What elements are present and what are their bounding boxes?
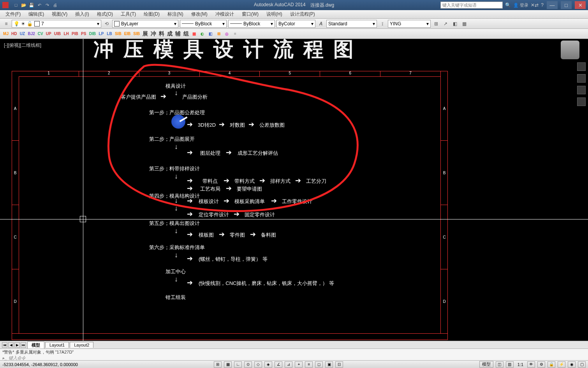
textstyle-icon[interactable]: A bbox=[317, 20, 325, 28]
menu-dim[interactable]: 标注(N) bbox=[164, 10, 187, 18]
dyn-toggle[interactable]: + bbox=[295, 361, 303, 368]
nav-pan-icon[interactable] bbox=[577, 62, 586, 71]
otrack-toggle[interactable]: ∠ bbox=[275, 361, 282, 368]
tab-prev-icon[interactable]: ◀ bbox=[8, 342, 14, 348]
tbtn-ps[interactable]: PS bbox=[80, 30, 87, 38]
menu-edit[interactable]: 编辑(E) bbox=[25, 10, 48, 18]
tab-first-icon[interactable]: ⏮ bbox=[2, 342, 7, 348]
minimize-button[interactable]: — bbox=[547, 1, 558, 9]
nav-wheel-icon[interactable] bbox=[577, 97, 586, 106]
menu-modify[interactable]: 修改(M) bbox=[187, 10, 211, 18]
tab-model[interactable]: 模型 bbox=[27, 341, 44, 349]
exchange-icon[interactable]: ✕⇄ bbox=[531, 2, 539, 8]
3dosnap-toggle[interactable]: ◈ bbox=[264, 361, 272, 368]
qat-undo-icon[interactable]: ↶ bbox=[36, 2, 43, 9]
misc2-icon[interactable]: ▦ bbox=[460, 20, 468, 28]
isolate-icon[interactable]: ◉ bbox=[568, 361, 576, 368]
tbtn-up[interactable]: UP bbox=[45, 30, 52, 38]
view-cube[interactable] bbox=[561, 41, 579, 59]
layer-dropdown[interactable]: 💡 ☀ 🔓 7 ▾ bbox=[12, 20, 101, 28]
ruler-cell: D bbox=[12, 269, 19, 334]
menu-help[interactable]: 说明(H) bbox=[262, 10, 286, 18]
anno-scale[interactable]: 1:1 bbox=[516, 362, 525, 367]
layer-manager-icon[interactable]: ≡ bbox=[2, 20, 10, 28]
tbtn-uib[interactable]: UIB bbox=[53, 30, 62, 38]
clean-screen-icon[interactable]: ▢ bbox=[578, 361, 586, 368]
quickview-icon[interactable]: ◫ bbox=[496, 361, 503, 368]
mleader-icon[interactable]: ↗ bbox=[442, 20, 449, 28]
menu-insert[interactable]: 插入(I) bbox=[71, 10, 93, 18]
menu-process[interactable]: 设计流程(P) bbox=[286, 10, 319, 18]
dimstyle-icon[interactable]: ⟟ bbox=[379, 20, 386, 28]
lineweight-dropdown[interactable]: ByBlock ▾ bbox=[228, 20, 275, 28]
tbtn-lh[interactable]: LH bbox=[63, 30, 70, 38]
tab-last-icon[interactable]: ⏭ bbox=[21, 342, 26, 348]
workspace-icon[interactable]: ⚙ bbox=[537, 361, 545, 368]
plotstyle-value: ByColor bbox=[278, 21, 295, 27]
tab-layout1[interactable]: Layout1 bbox=[45, 342, 69, 348]
ruler-cell: B bbox=[12, 141, 19, 205]
signin-label[interactable]: 👤 登录 bbox=[513, 2, 528, 8]
maximize-button[interactable]: □ bbox=[561, 1, 572, 9]
status-bar: -5233.044554, -2648.360912, 0.000000 ⊞ ▦… bbox=[0, 360, 588, 368]
grid-toggle[interactable]: ▦ bbox=[224, 361, 232, 368]
osnap-toggle[interactable]: ◇ bbox=[254, 361, 262, 368]
close-button[interactable]: ✕ bbox=[575, 1, 586, 9]
tbtn-pib[interactable]: PIB bbox=[71, 30, 79, 38]
qat-redo-icon[interactable]: ↷ bbox=[44, 2, 51, 9]
line-sample bbox=[182, 23, 194, 24]
search-icon[interactable]: 🔍 bbox=[505, 2, 511, 8]
drawing-canvas[interactable]: [-][俯视][二维线框] 冲 压 模 具 设 计 流 程 图 1 2 3 4 … bbox=[0, 39, 588, 349]
tablestyle-icon[interactable]: ⊞ bbox=[432, 20, 440, 28]
menu-format[interactable]: 格式(O) bbox=[93, 10, 117, 18]
menu-file[interactable]: 文件(F) bbox=[2, 10, 25, 18]
dimstyle-dropdown[interactable]: YING ▾ bbox=[388, 20, 431, 28]
qp-toggle[interactable]: ▣ bbox=[325, 361, 333, 368]
qat-open-icon[interactable]: 📂 bbox=[20, 2, 27, 9]
app-name: Autodesk AutoCAD 2014 bbox=[254, 2, 306, 9]
textstyle-dropdown[interactable]: Standard ▾ bbox=[326, 20, 377, 28]
help-icon[interactable]: ? bbox=[541, 2, 544, 8]
title-bar: □ 📂 💾 ↶ ↷ 🖨 Autodesk AutoCAD 2014 连接器.dw… bbox=[0, 0, 588, 10]
quickview-layouts-icon[interactable]: ▥ bbox=[506, 361, 514, 368]
sc-toggle[interactable]: ⊡ bbox=[335, 361, 343, 368]
ducs-toggle[interactable]: ⊿ bbox=[285, 361, 292, 368]
command-history: *警告* 多重从属对象，句柄 "17A27D" bbox=[2, 349, 586, 355]
hardware-accel-icon[interactable]: ⚡ bbox=[558, 361, 565, 368]
qat-save-icon[interactable]: 💾 bbox=[28, 2, 35, 9]
help-search-input[interactable] bbox=[440, 2, 503, 9]
qat-print-icon[interactable]: 🖨 bbox=[51, 2, 58, 9]
tbtn-cv[interactable]: CV bbox=[37, 30, 44, 38]
tbtn-hd[interactable]: HD bbox=[11, 30, 18, 38]
lwt-toggle[interactable]: ≡ bbox=[305, 361, 313, 368]
menu-die[interactable]: 冲模设计 bbox=[211, 10, 238, 18]
anno-vis-icon[interactable]: 👁 bbox=[527, 361, 535, 368]
view-label[interactable]: [-][俯视][二维线框] bbox=[4, 42, 41, 49]
tbtn-uz[interactable]: UZ bbox=[19, 30, 26, 38]
model-space-label[interactable]: 模型 bbox=[479, 361, 493, 368]
tab-layout2[interactable]: Layout2 bbox=[70, 342, 93, 348]
tab-next-icon[interactable]: ▶ bbox=[14, 342, 20, 348]
nav-zoom-icon[interactable] bbox=[577, 74, 586, 83]
linetype-dropdown[interactable]: ByBlock ▾ bbox=[180, 20, 227, 28]
color-dropdown[interactable]: ByLayer ▾ bbox=[112, 20, 178, 28]
qat-new-icon[interactable]: □ bbox=[12, 2, 19, 9]
ortho-toggle[interactable]: ∟ bbox=[234, 361, 242, 368]
plotstyle-dropdown[interactable]: ByColor ▾ bbox=[276, 20, 315, 28]
tbtn-mj[interactable]: MJ bbox=[2, 30, 9, 38]
chevron-down-icon: ▾ bbox=[426, 21, 429, 27]
polar-toggle[interactable]: ⊙ bbox=[244, 361, 252, 368]
menu-window[interactable]: 窗口(W) bbox=[238, 10, 262, 18]
tpy-toggle[interactable]: ◻ bbox=[315, 361, 323, 368]
tbtn-bj2[interactable]: BJ2 bbox=[27, 30, 35, 38]
lock-ui-icon[interactable]: 🔒 bbox=[548, 361, 555, 368]
menu-tools[interactable]: 工具(T) bbox=[117, 10, 140, 18]
snap-toggle[interactable]: ⊞ bbox=[214, 361, 222, 368]
command-area: *警告* 多重从属对象，句柄 "17A27D" ▸_ 键入命令 bbox=[0, 349, 588, 360]
misc-icon[interactable]: ◧ bbox=[451, 20, 459, 28]
nav-orbit-icon[interactable] bbox=[577, 86, 586, 94]
layer-prev-icon[interactable]: ⟲ bbox=[103, 20, 111, 28]
menu-draw[interactable]: 绘图(D) bbox=[140, 10, 164, 18]
menu-view[interactable]: 视图(V) bbox=[48, 10, 71, 18]
sheet-title: 冲 压 模 具 设 计 流 程 图 bbox=[93, 36, 356, 63]
